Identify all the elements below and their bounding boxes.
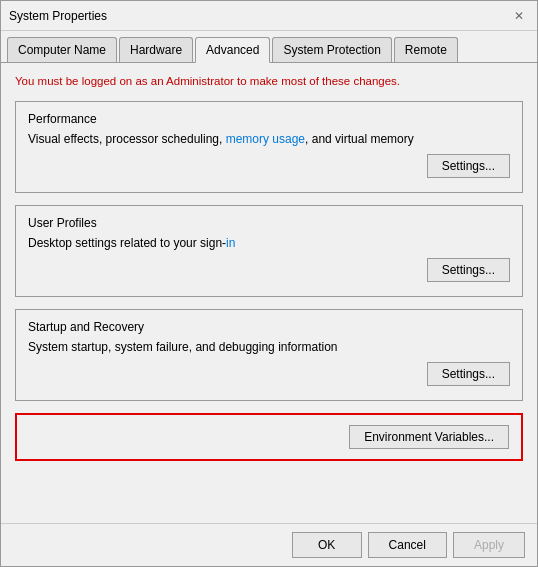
startup-recovery-settings-button[interactable]: Settings... (427, 362, 510, 386)
startup-recovery-description: System startup, system failure, and debu… (28, 340, 510, 354)
performance-settings-button[interactable]: Settings... (427, 154, 510, 178)
user-profiles-settings-button[interactable]: Settings... (427, 258, 510, 282)
user-profiles-settings-row: Settings... (28, 258, 510, 282)
performance-description: Visual effects, processor scheduling, me… (28, 132, 510, 146)
environment-variables-row: Environment Variables... (29, 425, 509, 449)
window-title: System Properties (9, 9, 107, 23)
cancel-button[interactable]: Cancel (368, 532, 447, 558)
startup-recovery-label: Startup and Recovery (28, 320, 510, 334)
dialog-footer: OK Cancel Apply (1, 523, 537, 566)
startup-recovery-section: Startup and Recovery System startup, sys… (15, 309, 523, 401)
user-profiles-desc-text: Desktop settings related to your sign- (28, 236, 226, 250)
performance-desc-text2: , and virtual memory (305, 132, 414, 146)
title-bar: System Properties ✕ (1, 1, 537, 31)
tab-bar: Computer Name Hardware Advanced System P… (1, 31, 537, 63)
startup-recovery-settings-row: Settings... (28, 362, 510, 386)
close-icon: ✕ (514, 9, 524, 23)
warning-message: You must be logged on as an Administrato… (15, 75, 523, 87)
tab-hardware[interactable]: Hardware (119, 37, 193, 62)
ok-button[interactable]: OK (292, 532, 362, 558)
environment-variables-section: Environment Variables... (15, 413, 523, 461)
tab-computer-name[interactable]: Computer Name (7, 37, 117, 62)
user-profiles-link[interactable]: in (226, 236, 235, 250)
tab-advanced[interactable]: Advanced (195, 37, 270, 63)
user-profiles-section: User Profiles Desktop settings related t… (15, 205, 523, 297)
performance-label: Performance (28, 112, 510, 126)
system-properties-window: System Properties ✕ Computer Name Hardwa… (0, 0, 538, 567)
tab-system-protection[interactable]: System Protection (272, 37, 391, 62)
performance-settings-row: Settings... (28, 154, 510, 178)
close-button[interactable]: ✕ (509, 6, 529, 26)
tab-remote[interactable]: Remote (394, 37, 458, 62)
user-profiles-description: Desktop settings related to your sign-in (28, 236, 510, 250)
performance-memory-link[interactable]: memory usage (226, 132, 305, 146)
performance-desc-text1: Visual effects, processor scheduling, (28, 132, 226, 146)
apply-button[interactable]: Apply (453, 532, 525, 558)
user-profiles-label: User Profiles (28, 216, 510, 230)
tab-content: You must be logged on as an Administrato… (1, 63, 537, 523)
performance-section: Performance Visual effects, processor sc… (15, 101, 523, 193)
environment-variables-button[interactable]: Environment Variables... (349, 425, 509, 449)
